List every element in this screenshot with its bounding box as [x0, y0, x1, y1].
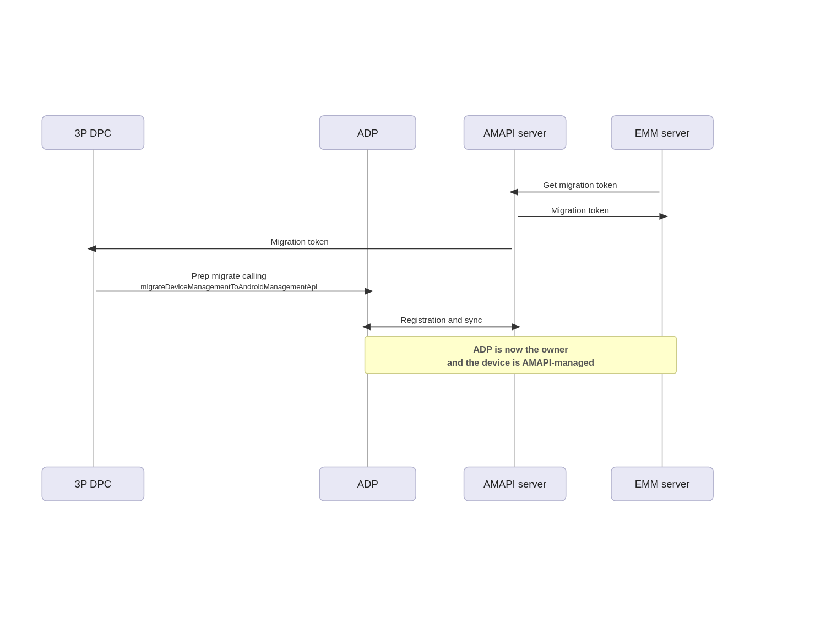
- arrowhead-migration-token-emm: [659, 213, 667, 220]
- actor-amapi-bottom-label: AMAPI server: [483, 478, 546, 490]
- actor-3p-dpc-bottom-label: 3P DPC: [75, 478, 111, 490]
- arrowhead-reg-sync-left: [362, 323, 370, 330]
- label-migration-token-3pdpc: Migration token: [271, 237, 329, 246]
- label-get-migration-token: Get migration token: [543, 180, 617, 190]
- actor-3p-dpc-top-label: 3P DPC: [75, 127, 111, 139]
- arrowhead-get-migration-token: [509, 188, 518, 195]
- actor-adp-bottom-label: ADP: [357, 478, 378, 490]
- highlight-box: [365, 337, 677, 374]
- actor-emm-bottom-label: EMM server: [635, 478, 690, 490]
- arrowhead-prep-migrate: [365, 288, 373, 294]
- label-registration-sync: Registration and sync: [400, 315, 482, 324]
- arrowhead-migration-token-3pdpc: [88, 245, 96, 252]
- actor-adp-top-label: ADP: [357, 127, 378, 139]
- sequence-diagram: 3P DPC ADP AMAPI server EMM server Get m…: [17, 99, 809, 540]
- actor-emm-top-label: EMM server: [635, 127, 690, 139]
- label-prep-migrate-line1: Prep migrate calling: [192, 271, 267, 280]
- label-migration-token-emm: Migration token: [551, 205, 609, 215]
- highlight-label1: ADP is now the owner: [473, 344, 568, 354]
- label-prep-migrate-line2: migrateDeviceManagementToAndroidManageme…: [140, 283, 317, 291]
- arrowhead-reg-sync-right: [512, 323, 520, 330]
- highlight-label2: and the device is AMAPI-managed: [447, 358, 594, 367]
- actor-amapi-top-label: AMAPI server: [483, 127, 546, 139]
